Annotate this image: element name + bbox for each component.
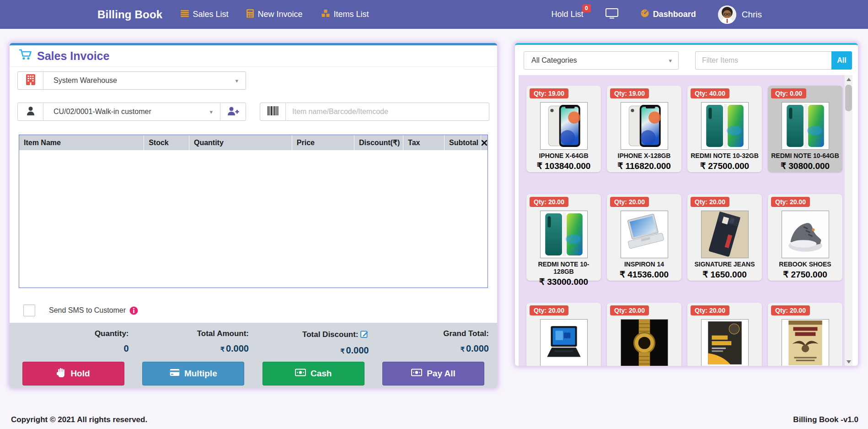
user-menu[interactable]: Chris: [718, 5, 762, 24]
cash-button[interactable]: Cash: [263, 362, 364, 386]
chevron-down-icon: ▾: [209, 109, 213, 115]
quantity-label: Quantity:: [95, 329, 129, 338]
multiple-button-label: Multiple: [184, 369, 217, 379]
scroll-up-arrow[interactable]: [845, 75, 852, 83]
send-sms-checkbox[interactable]: [23, 304, 35, 316]
product-image: [701, 319, 749, 366]
cart-icon: [19, 49, 32, 63]
nav-items-list[interactable]: Items List: [321, 9, 369, 20]
product-name: SIGNATURE JEANS: [687, 261, 762, 268]
product-image: [621, 102, 668, 150]
nav-new-invoice[interactable]: New Invoice: [246, 9, 302, 20]
building-icon: [26, 74, 35, 87]
product-card[interactable]: Qty: 20.00 REDMI NOTE 10-128GB ₹ 33000.0…: [526, 194, 601, 281]
product-card[interactable]: Qty: 19.00 IPHONE X-128GB ₹ 116820.000: [607, 86, 681, 172]
product-name: REDMI NOTE 10-64GB: [768, 152, 842, 159]
col-quantity: Quantity: [189, 135, 292, 150]
scroll-down-arrow[interactable]: [845, 358, 852, 366]
product-grid: Qty: 19.00 IPHONE X-64GB ₹ 103840.000 Qt…: [519, 75, 845, 366]
copyright-text: Copyright © 2021 All rights reserved.: [11, 415, 147, 424]
items-panel: All Categories ▾ All Qty: 19.00 IPHONE X…: [515, 43, 858, 366]
invoice-totals-bar: Quantity: 0 Total Amount: ₹0.000 Total D…: [10, 323, 497, 388]
product-card[interactable]: Qty: 20.00: [687, 303, 762, 366]
product-card[interactable]: Qty: 20.00: [768, 303, 842, 366]
add-customer-button[interactable]: [220, 103, 246, 120]
filter-items-input[interactable]: [695, 51, 831, 70]
hold-button[interactable]: Hold: [22, 362, 124, 386]
rupee-symbol: ₹: [461, 346, 465, 353]
qty-badge: Qty: 20.00: [771, 305, 810, 315]
pay-all-button[interactable]: Pay All: [382, 362, 484, 386]
customer-select[interactable]: CU/02/0001-Walk-in customer ▾: [43, 103, 220, 120]
scrollbar-thumb[interactable]: [845, 85, 852, 111]
nav-new-invoice-label: New Invoice: [257, 10, 302, 19]
calculator-icon: [246, 9, 254, 20]
col-price: Price: [292, 135, 354, 150]
product-name: INSPIRON 14: [607, 261, 681, 268]
list-icon: [181, 10, 189, 19]
category-select[interactable]: All Categories ▾: [524, 51, 679, 70]
sales-invoice-panel: Sales Invoice System Warehouse ▾: [10, 43, 497, 388]
nav-sales-list[interactable]: Sales List: [181, 10, 228, 19]
invoice-items-empty: [19, 150, 488, 288]
hold-button-label: Hold: [70, 369, 90, 379]
clear-all-items-button[interactable]: [481, 135, 488, 150]
total-amount-value: ₹0.000: [134, 343, 249, 354]
fullscreen-toggle[interactable]: [605, 8, 618, 21]
dashboard-gauge-icon: [640, 9, 649, 20]
total-discount-cell: Total Discount: ₹0.000: [253, 329, 374, 356]
product-name: REBOOK SHOES: [768, 261, 842, 268]
cash-button-label: Cash: [311, 369, 332, 379]
cubes-icon: [321, 9, 330, 20]
qty-badge: Qty: 0.00: [771, 88, 806, 98]
add-user-icon: [227, 107, 239, 117]
product-image: [701, 211, 749, 258]
product-price: ₹ 27500.000: [687, 161, 762, 171]
filter-all-button[interactable]: All: [831, 51, 852, 70]
product-image: [540, 211, 588, 258]
qty-badge: Qty: 20.00: [771, 197, 810, 207]
catalog-scrollbar[interactable]: [845, 75, 852, 366]
app-brand[interactable]: Billing Book: [97, 8, 162, 21]
col-tax: Tax: [403, 135, 445, 150]
info-icon[interactable]: [129, 306, 138, 315]
multiple-pay-button[interactable]: Multiple: [142, 362, 244, 386]
filter-items-group: All: [695, 51, 852, 70]
grand-total-cell: Grand Total: ₹0.000: [374, 329, 494, 356]
product-image: [782, 211, 829, 258]
qty-badge: Qty: 20.00: [610, 305, 649, 315]
product-card[interactable]: Qty: 20.00 REBOOK SHOES ₹ 2750.000: [768, 194, 842, 281]
product-image: [701, 102, 749, 150]
product-card-out-of-stock[interactable]: Qty: 0.00 REDMI NOTE 10-64GB ₹ 30800.000: [768, 86, 842, 172]
product-price: ₹ 33000.000: [526, 277, 601, 287]
qty-badge: Qty: 19.00: [530, 88, 568, 98]
product-name: REDMI NOTE 10-32GB: [687, 152, 762, 159]
warehouse-select[interactable]: System Warehouse ▾: [43, 72, 246, 89]
chevron-down-icon: ▾: [669, 57, 672, 64]
product-card[interactable]: Qty: 20.00 SIGNATURE JEANS ₹ 1650.000: [687, 194, 762, 281]
nav-dashboard[interactable]: Dashboard: [640, 9, 696, 20]
total-amount-label: Total Amount:: [197, 329, 249, 338]
product-name: REDMI NOTE 10-128GB: [526, 261, 601, 275]
product-card[interactable]: Qty: 20.00 INSPIRON 14 ₹ 41536.000: [607, 194, 681, 281]
product-card[interactable]: Qty: 20.00: [526, 303, 601, 366]
edit-discount-icon[interactable]: [360, 329, 369, 340]
warehouse-select-group: System Warehouse ▾: [17, 71, 246, 90]
nav-dashboard-label: Dashboard: [653, 10, 696, 19]
nav-hold-list[interactable]: Hold List 0: [552, 10, 584, 19]
product-grid-region: Qty: 19.00 IPHONE X-64GB ₹ 103840.000 Qt…: [519, 75, 852, 366]
product-image: [621, 211, 668, 258]
product-card[interactable]: Qty: 40.00 REDMI NOTE 10-32GB ₹ 27500.00…: [687, 86, 762, 172]
product-card[interactable]: Qty: 20.00: [607, 303, 681, 366]
product-card[interactable]: Qty: 19.00 IPHONE X-64GB ₹ 103840.000: [526, 86, 601, 172]
monitor-icon: [605, 8, 618, 21]
money-bill-icon: [411, 369, 422, 379]
nav-hold-list-label: Hold List: [552, 10, 584, 19]
invoice-panel-header: Sales Invoice: [10, 45, 497, 67]
avatar: [718, 5, 736, 24]
product-image: [782, 102, 829, 150]
product-image: [540, 319, 588, 366]
item-search-input[interactable]: [286, 103, 489, 120]
invoice-items-table: Item Name Stock Quantity Price Discount(…: [19, 135, 488, 288]
item-search-group: [260, 103, 489, 121]
